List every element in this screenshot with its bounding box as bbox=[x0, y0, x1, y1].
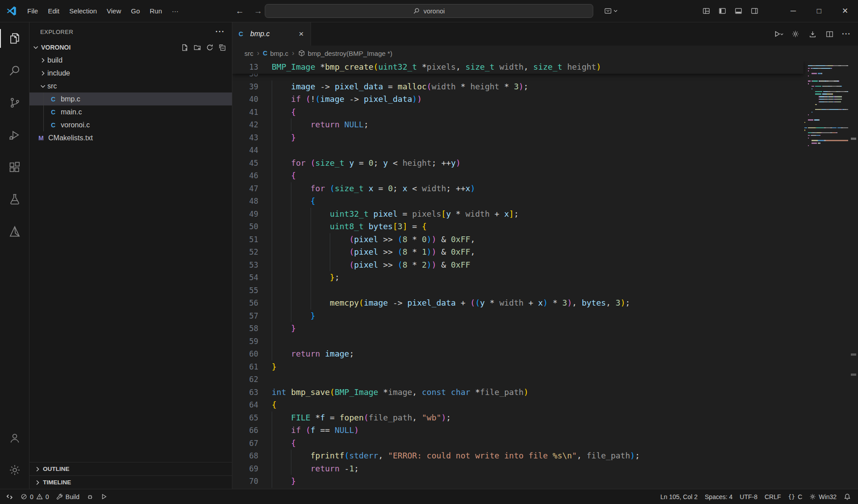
tree-item-cmakelists.txt[interactable]: MCMakelists.txt bbox=[29, 131, 232, 144]
project-section-header[interactable]: VORONOI bbox=[29, 41, 232, 54]
code-line[interactable]: 64{ bbox=[232, 399, 803, 412]
code-line[interactable]: 39 image -> pixel_data = malloc(width * … bbox=[232, 80, 803, 93]
cmake-build-button[interactable]: Build bbox=[53, 489, 83, 504]
breadcrumb-item[interactable]: bmp_destroy(BMP_Image *) bbox=[298, 50, 392, 57]
tree-item-voronoi.c[interactable]: Cvoronoi.c bbox=[29, 118, 232, 131]
editor-settings-icon[interactable] bbox=[787, 26, 803, 42]
activity-search[interactable] bbox=[0, 55, 29, 87]
cmake-launch-button[interactable] bbox=[97, 489, 111, 504]
editor-scrollbar[interactable] bbox=[848, 61, 858, 489]
tree-item-include[interactable]: include bbox=[29, 67, 232, 80]
code-line[interactable]: 40 if (!(image -> pixel_data)) bbox=[232, 93, 803, 106]
code-line[interactable]: 68 fprintf(stderr, "ERROR: could not wri… bbox=[232, 449, 803, 462]
code-line[interactable]: 70 } bbox=[232, 475, 803, 488]
code-line[interactable]: 44 bbox=[232, 144, 803, 157]
breadcrumb-item[interactable]: Cbmp.c bbox=[263, 50, 288, 57]
breadcrumb-item[interactable]: src bbox=[244, 50, 253, 57]
code-line[interactable]: 66 if (f == NULL) bbox=[232, 424, 803, 437]
layout-dropdown[interactable] bbox=[604, 4, 618, 18]
menu-file[interactable]: File bbox=[22, 4, 43, 18]
activity-cmake[interactable] bbox=[0, 215, 29, 248]
code-line[interactable]: 43 } bbox=[232, 131, 803, 144]
activity-settings[interactable] bbox=[0, 454, 29, 486]
encoding[interactable]: UTF-8 bbox=[736, 493, 761, 500]
forward-arrow-icon[interactable]: → bbox=[254, 6, 262, 16]
cmake-debug-button[interactable] bbox=[83, 489, 97, 504]
toggle-secondary-sidebar-icon[interactable] bbox=[746, 3, 762, 19]
code-line[interactable]: 58 } bbox=[232, 322, 803, 335]
code-line[interactable]: 46 { bbox=[232, 169, 803, 182]
toggle-sidebar-icon[interactable] bbox=[714, 3, 730, 19]
minimap[interactable] bbox=[804, 63, 848, 148]
code-line[interactable]: 60 return image; bbox=[232, 348, 803, 361]
code-line[interactable]: 59 bbox=[232, 335, 803, 348]
tab-bmp-c[interactable]: C bmp.c × bbox=[232, 22, 311, 46]
code-line[interactable]: 53 (pixel >> (8 * 2)) & 0xFF bbox=[232, 259, 803, 272]
code-line[interactable]: 63int bmp_save(BMP_Image *image, const c… bbox=[232, 386, 803, 399]
refresh-icon[interactable] bbox=[204, 42, 215, 53]
problems-button[interactable]: 0 0 bbox=[17, 489, 53, 504]
menu-run[interactable]: Run bbox=[145, 4, 167, 18]
activity-run-debug[interactable] bbox=[0, 119, 29, 151]
code-line[interactable]: 62 bbox=[232, 373, 803, 386]
download-icon[interactable] bbox=[804, 26, 820, 42]
cursor-position[interactable]: Ln 105, Col 2 bbox=[657, 493, 701, 500]
run-file-button[interactable] bbox=[770, 26, 786, 42]
tree-item-bmp.c[interactable]: Cbmp.c bbox=[29, 92, 232, 105]
activity-source-control[interactable] bbox=[0, 87, 29, 119]
maximize-icon[interactable]: □ bbox=[806, 0, 832, 22]
activity-extensions[interactable] bbox=[0, 151, 29, 183]
toggle-panel-icon[interactable] bbox=[730, 3, 746, 19]
activity-testing[interactable] bbox=[0, 183, 29, 215]
sticky-scroll-line[interactable]: 13BMP_Image *bmp_create(uint32_t *pixels… bbox=[232, 61, 803, 74]
tree-item-src[interactable]: src bbox=[29, 80, 232, 92]
minimize-icon[interactable]: ─ bbox=[780, 0, 806, 22]
menu-go[interactable]: Go bbox=[126, 4, 145, 18]
panel-timeline[interactable]: TIMELINE bbox=[29, 475, 232, 489]
eol-sequence[interactable]: CRLF bbox=[761, 493, 785, 500]
menu-edit[interactable]: Edit bbox=[43, 4, 64, 18]
language-mode[interactable]: {} C bbox=[785, 493, 806, 500]
close-tab-icon[interactable]: × bbox=[295, 28, 307, 40]
new-file-icon[interactable] bbox=[179, 42, 190, 53]
code-line[interactable]: 50 uint8_t bytes[3] = { bbox=[232, 220, 803, 233]
close-window-icon[interactable]: ✕ bbox=[832, 0, 858, 22]
code-line[interactable]: 47 for (size_t x = 0; x < width; ++x) bbox=[232, 182, 803, 195]
code-line[interactable]: 67 { bbox=[232, 437, 803, 450]
code-line[interactable]: 49 uint32_t pixel = pixels[y * width + x… bbox=[232, 208, 803, 221]
code-line[interactable]: 56 memcpy(image -> pixel_data + ((y * wi… bbox=[232, 297, 803, 310]
code-line[interactable]: 55 bbox=[232, 284, 803, 297]
code-line[interactable]: 61} bbox=[232, 361, 803, 374]
cmake-kit-selector[interactable]: Win32 bbox=[806, 493, 840, 500]
code-line[interactable]: 57 } bbox=[232, 310, 803, 323]
activity-account[interactable] bbox=[0, 422, 29, 454]
panel-outline[interactable]: OUTLINE bbox=[29, 462, 232, 475]
tree-item-build[interactable]: build bbox=[29, 54, 232, 67]
back-arrow-icon[interactable]: ← bbox=[236, 6, 244, 16]
code-line[interactable]: 51 (pixel >> (8 * 0)) & 0xFF, bbox=[232, 233, 803, 246]
code-line[interactable]: 45 for (size_t y = 0; y < height; ++y) bbox=[232, 157, 803, 170]
code-line[interactable]: 65 FILE *f = fopen(file_path, "wb"); bbox=[232, 412, 803, 424]
activity-explorer[interactable] bbox=[0, 22, 29, 55]
new-folder-icon[interactable] bbox=[192, 42, 202, 53]
code-editor[interactable]: 3839 image -> pixel_data = malloc(width … bbox=[232, 61, 858, 489]
code-line[interactable]: 69 return -1; bbox=[232, 462, 803, 475]
command-center-search[interactable]: voronoi bbox=[265, 4, 593, 18]
menu-moremoremore[interactable]: ··· bbox=[167, 4, 184, 18]
indentation[interactable]: Spaces: 4 bbox=[701, 493, 736, 500]
menu-selection[interactable]: Selection bbox=[64, 4, 102, 18]
code-line[interactable]: 54 }; bbox=[232, 271, 803, 284]
code-line[interactable]: 13BMP_Image *bmp_create(uint32_t *pixels… bbox=[232, 61, 803, 74]
code-line[interactable]: 42 return NULL; bbox=[232, 118, 803, 131]
remote-window-button[interactable] bbox=[0, 489, 17, 504]
more-actions-icon[interactable]: ··· bbox=[838, 26, 854, 42]
collapse-all-icon[interactable] bbox=[217, 42, 227, 53]
code-line[interactable]: 41 { bbox=[232, 106, 803, 119]
tree-item-main.c[interactable]: Cmain.c bbox=[29, 105, 232, 118]
notifications-bell[interactable] bbox=[840, 493, 854, 500]
split-editor-icon[interactable] bbox=[821, 26, 837, 42]
code-line[interactable]: 52 (pixel >> (8 * 1)) & 0xFF, bbox=[232, 246, 803, 259]
menu-view[interactable]: View bbox=[102, 4, 126, 18]
explorer-more-actions-icon[interactable]: ··· bbox=[215, 27, 225, 37]
code-line[interactable]: 48 { bbox=[232, 195, 803, 208]
